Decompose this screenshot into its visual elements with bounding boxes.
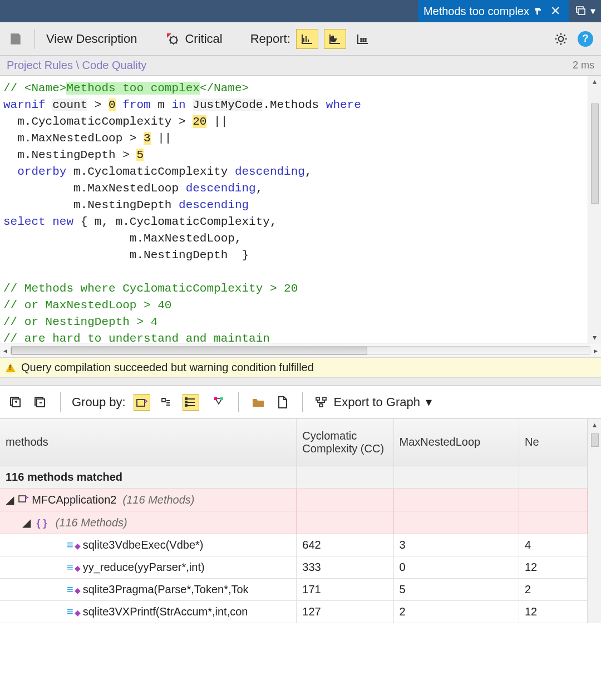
cell-cc: 333 [297,556,393,578]
code-horizontal-scrollbar[interactable]: ◂ ▸ [0,343,601,357]
results-table: methods Cyclomatic Complexity (CC) MaxNe… [0,419,588,623]
svg-rect-13 [137,400,145,406]
scrollbar-thumb[interactable] [591,433,599,447]
cell-nd: 12 [519,556,588,578]
expand-all-icon[interactable] [8,394,24,411]
export-to-graph-button[interactable]: Export to Graph ▾ [314,394,432,411]
method-icon [75,561,81,573]
method-name: sqlite3VdbeExec(Vdbe*) [83,539,204,551]
pin-icon[interactable] [534,7,543,16]
close-tab-button[interactable]: ✕ [547,4,564,18]
group-count: (116 Methods) [123,494,195,506]
table-row[interactable]: ≡sqlite3VXPrintf(StrAccum*,int,con 127 2… [0,600,588,623]
svg-point-5 [363,41,364,42]
filter-colors-icon[interactable] [210,394,227,411]
folder-icon[interactable] [250,394,267,411]
title-tab-label: Methods too complex [423,5,529,18]
bullet-icon: ≡ [67,561,73,573]
table-row[interactable]: ≡yy_reduce(yyParser*,int) 333 0 12 [0,556,588,578]
column-cc[interactable]: Cyclomatic Complexity (CC) [297,419,393,466]
dropdown-caret-icon: ▾ [426,395,432,410]
report-matrix-button[interactable] [352,29,374,49]
table-row[interactable]: ≡sqlite3Pragma(Parse*,Token*,Tok 171 5 2 [0,578,588,600]
method-name: sqlite3Pragma(Parse*,Token*,Tok [83,583,249,595]
method-name: yy_reduce(yyParser*,int) [83,561,205,573]
bullet-icon: ≡ [67,583,73,595]
window-restore-icon[interactable]: + [575,6,587,16]
results-panel: methods Cyclomatic Complexity (CC) MaxNe… [0,419,588,623]
cell-nd: 4 [519,534,588,556]
column-nestingdepth[interactable]: Ne [519,419,588,466]
results-wrap: methods Cyclomatic Complexity (CC) MaxNe… [0,419,601,623]
window-controls: + ▾ [569,0,601,22]
toolbar-separator [302,392,303,412]
status-bar: Query compilation succeeded but warning … [0,357,601,378]
report-pie-button[interactable] [324,29,346,49]
method-icon [75,583,81,595]
matched-count-label: 116 methods matched [6,471,122,484]
svg-point-10 [559,36,564,41]
report-group: Report: [250,29,374,49]
critical-button[interactable]: Critical [165,31,222,47]
cell-cc: 642 [297,534,393,556]
method-name: sqlite3VXPrintf(StrAccum*,int,con [83,605,248,618]
title-tab[interactable]: Methods too complex ✕ [418,0,569,22]
breadcrumb-path[interactable]: Project Rules \ Code Quality [7,59,146,72]
svg-rect-15 [185,401,187,403]
cell-ml: 5 [393,578,519,600]
expander-icon[interactable]: ◢ [6,493,13,506]
results-vertical-scrollbar[interactable]: ▴ [588,419,601,623]
spacer [0,378,601,386]
graph-icon [314,394,331,411]
column-maxnestedloop[interactable]: MaxNestedLoop [393,419,519,466]
report-label: Report: [250,32,290,46]
help-icon[interactable]: ? [578,31,593,47]
query-timing: 2 ms [573,60,594,71]
scrollbar-track[interactable] [11,346,590,355]
settings-icon[interactable] [553,31,569,47]
scrollbar-track[interactable] [588,87,601,332]
svg-point-6 [361,38,362,40]
scroll-left-arrow[interactable]: ◂ [3,346,7,355]
scroll-right-arrow[interactable]: ▸ [594,346,598,355]
svg-rect-22 [319,404,323,407]
cell-cc: 127 [297,600,393,623]
group-row-namespace[interactable]: ◢ { } (116 Methods) [0,511,588,534]
scroll-down-arrow[interactable]: ▾ [593,332,597,343]
toolbar-separator [238,392,239,412]
group-row-project[interactable]: ◢ MFCApplication2 (116 Methods) [0,488,588,511]
method-icon [75,539,81,551]
code-editor-wrap: // <Name>Methods too complex</Name> warn… [0,76,601,343]
table-row[interactable]: ≡sqlite3VdbeExec(Vdbe*) 642 3 4 [0,534,588,556]
critical-label: Critical [185,32,222,46]
scrollbar-thumb[interactable] [11,347,367,354]
report-chart-button[interactable] [296,29,318,49]
group-by-namespace-icon[interactable] [158,394,175,411]
warning-icon [6,363,16,372]
collapse-all-icon[interactable] [32,394,49,411]
expander-icon[interactable]: ◢ [22,516,30,529]
column-methods[interactable]: methods [0,419,297,466]
svg-rect-14 [185,398,187,400]
code-vertical-scrollbar[interactable]: ▴ ▾ [588,76,601,343]
code-editor[interactable]: // <Name>Methods too complex</Name> warn… [0,76,588,343]
main-toolbar: View Description Critical Report: [0,22,601,56]
svg-rect-16 [185,405,187,406]
group-count: (116 Methods) [56,516,127,529]
group-by-type-icon[interactable] [183,394,199,411]
cell-nd: 2 [519,578,588,600]
cell-ml: 0 [393,556,519,578]
svg-point-8 [365,41,366,42]
svg-rect-21 [323,397,326,400]
save-icon[interactable] [8,31,23,47]
group-by-project-icon[interactable] [134,394,150,411]
scroll-up-arrow[interactable]: ▴ [593,76,597,87]
svg-point-4 [361,41,362,42]
window-menu-dropdown[interactable]: ▾ [590,5,595,17]
scroll-up-arrow[interactable]: ▴ [593,419,597,430]
scrollbar-thumb[interactable] [591,103,599,204]
cell-cc: 171 [297,578,393,600]
view-description-button[interactable]: View Description [46,32,137,46]
document-icon[interactable] [274,394,291,411]
svg-rect-19 [220,397,223,400]
